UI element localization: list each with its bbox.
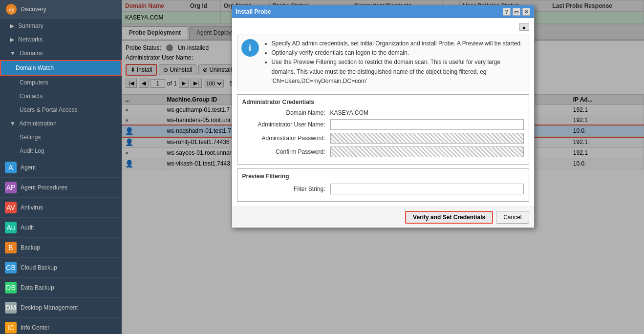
- scroll-area: ▲: [237, 23, 529, 31]
- modal-close-button[interactable]: ✕: [522, 8, 530, 16]
- admin-user-input[interactable]: [330, 119, 524, 130]
- filter-string-row: Filter String:: [242, 184, 524, 194]
- sidebar-item-desktop-management[interactable]: DM Desktop Management: [0, 298, 122, 318]
- install-probe-modal: Install Probe ? ▭ ✕ ▲ i Sp: [232, 5, 535, 228]
- modal-title: Install Probe: [236, 8, 271, 15]
- info-icon: i: [241, 39, 259, 57]
- confirm-password-label: Confirm Password:: [242, 148, 330, 155]
- sidebar-label-discovery: Discovery: [21, 6, 46, 13]
- confirm-password-row: Confirm Password:: [242, 146, 524, 157]
- confirm-password-input[interactable]: [330, 146, 524, 157]
- sidebar-item-data-backup[interactable]: DB Data Backup: [0, 278, 122, 298]
- info-bullet-1: Specify AD admin credentials, set initia…: [272, 39, 525, 48]
- desktop-mgmt-icon: DM: [5, 302, 17, 313]
- cloud-backup-icon: CB: [5, 262, 17, 273]
- sidebar-item-contacts[interactable]: Contacts: [0, 89, 122, 103]
- admin-user-form-row: Administrator User Name:: [242, 119, 524, 130]
- info-center-icon: IC: [5, 322, 17, 334]
- arrow-icon: ▶: [10, 36, 14, 43]
- backup-icon: B: [5, 242, 17, 253]
- sidebar-item-domains[interactable]: ▼ Domains: [0, 46, 122, 60]
- modal-footer: Verify and Set Credentials Cancel: [232, 207, 534, 228]
- agent-icon: A: [5, 162, 17, 173]
- arrow-icon: ▼: [10, 50, 16, 57]
- info-box: i Specify AD admin credentials, set init…: [237, 35, 529, 90]
- agent-procedures-icon: AP: [5, 182, 17, 193]
- sidebar-item-computers[interactable]: Computers: [0, 76, 122, 89]
- sidebar-item-backup[interactable]: B Backup: [0, 238, 122, 258]
- sidebar-item-audit[interactable]: Au Audit: [0, 218, 122, 238]
- sidebar-item-discovery[interactable]: ◎ Discovery: [0, 0, 122, 19]
- preview-filtering-title: Preview Filtering: [242, 173, 524, 180]
- admin-credentials-section: Administrator Credentials Domain Name: K…: [237, 94, 529, 165]
- admin-password-label: Administrator Password:: [242, 135, 330, 142]
- cancel-button[interactable]: Cancel: [496, 211, 529, 224]
- verify-credentials-button[interactable]: Verify and Set Credentials: [405, 211, 493, 224]
- info-bullet-3: Use the Preview Filtering section to res…: [272, 58, 525, 86]
- data-backup-icon: DB: [5, 282, 17, 293]
- sidebar-item-users-portal[interactable]: Users & Portal Access: [0, 103, 122, 117]
- sidebar-item-networks[interactable]: ▶ Networks: [0, 33, 122, 46]
- main-content: Domain Name Org Id Org Name Probe Status…: [122, 0, 644, 334]
- admin-password-row: Administrator Password:: [242, 133, 524, 144]
- domain-name-row: Domain Name: KASEYA.COM: [242, 109, 524, 116]
- filter-string-input[interactable]: [330, 184, 524, 194]
- domain-name-value: KASEYA.COM: [330, 109, 524, 116]
- info-bullet-2: Optionally verify credentials can logon …: [272, 48, 525, 58]
- sidebar-item-cloud-backup[interactable]: CB Cloud Backup: [0, 258, 122, 278]
- sidebar-item-antivirus[interactable]: AV Antivirus: [0, 198, 122, 218]
- modal-minimize-button[interactable]: ▭: [513, 8, 520, 16]
- modal-controls: ? ▭ ✕: [503, 8, 530, 16]
- sidebar-item-domain-watch[interactable]: Domain Watch: [0, 60, 122, 76]
- sidebar-item-agent-procedures[interactable]: AP Agent Procedures: [0, 178, 122, 198]
- sidebar-item-summary[interactable]: ▶ Summary: [0, 19, 122, 33]
- modal-help-button[interactable]: ?: [503, 8, 511, 16]
- discovery-icon: ◎: [6, 4, 17, 15]
- sidebar-item-settings[interactable]: Settings: [0, 130, 122, 144]
- sidebar-item-agent[interactable]: A Agent: [0, 158, 122, 178]
- domain-name-label: Domain Name:: [242, 109, 330, 116]
- sidebar-item-info-center[interactable]: IC Info Center: [0, 318, 122, 334]
- arrow-icon: ▼: [10, 120, 16, 127]
- arrow-icon: ▶: [10, 22, 14, 29]
- admin-credentials-title: Administrator Credentials: [242, 99, 524, 105]
- modal-overlay: Install Probe ? ▭ ✕ ▲ i Sp: [122, 0, 644, 334]
- admin-user-form-label: Administrator User Name:: [242, 121, 330, 128]
- preview-filtering-section: Preview Filtering Filter String:: [237, 168, 529, 202]
- filter-string-label: Filter String:: [242, 186, 330, 192]
- sidebar: ◎ Discovery ▶ Summary ▶ Networks ▼ Domai…: [0, 0, 122, 334]
- antivirus-icon: AV: [5, 202, 17, 213]
- modal-body: ▲ i Specify AD admin credentials, set in…: [232, 18, 534, 207]
- scroll-up-button[interactable]: ▲: [519, 23, 529, 31]
- sidebar-item-administration[interactable]: ▼ Administration: [0, 117, 122, 130]
- modal-header: Install Probe ? ▭ ✕: [232, 5, 534, 18]
- audit-icon: Au: [5, 222, 17, 233]
- info-text: Specify AD admin credentials, set initia…: [264, 39, 525, 86]
- sidebar-item-audit-log[interactable]: Audit Log: [0, 144, 122, 158]
- admin-password-input[interactable]: [330, 133, 524, 144]
